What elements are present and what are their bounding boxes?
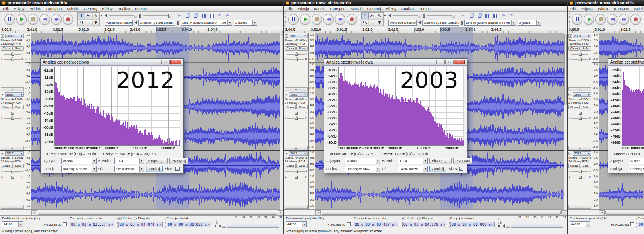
record-button[interactable] [347,14,357,25]
dialog-close-button[interactable]: ✕ [170,60,181,64]
toolbar-grip[interactable] [74,13,76,26]
waveform[interactable] [599,180,644,209]
record-button[interactable] [630,14,641,25]
replot-button[interactable]: Przerysuj [453,158,472,164]
menu-sciezki[interactable]: Ścieżki [67,6,79,11]
scroll-left-arrow[interactable]: ◄ [31,210,37,215]
menu-edycja[interactable]: Edycja [581,6,593,11]
menu-analiza[interactable]: Analiza [118,6,130,11]
close-button[interactable]: Zamknij [429,166,446,172]
menu-generuj[interactable]: Generuj [84,6,97,11]
solo-button[interactable]: Solo [12,105,24,109]
envelope-tool[interactable] [369,13,376,19]
track-name-dropdown[interactable]: 2003▼ [289,34,308,38]
skip-to-end-button[interactable]: ▶▶ [619,14,629,25]
play-button[interactable] [300,14,310,25]
pause-button[interactable] [4,14,15,25]
input-volume-slider[interactable] [427,15,456,16]
dialog-titlebar[interactable]: Analiza częstotliwościowa ─ ▢ ✕ [608,59,644,66]
track-name-dropdown[interactable]: 2012▼ [5,151,24,156]
horizontal-scrollbar-thumb[interactable] [322,211,561,215]
mute-button[interactable]: Cisza [1,46,12,51]
skip-to-end-button[interactable]: ▶▶ [51,14,62,25]
toolbar-grip[interactable] [358,13,360,26]
track-collapse-button[interactable]: ▲ [285,205,308,209]
close-button[interactable]: Zamknij [146,166,163,172]
vertical-scrollbar-thumb[interactable] [564,34,567,105]
replot-button[interactable]: Przerysuj [169,158,188,164]
algorithm-select[interactable]: Widmo▼ [345,158,380,164]
audio-position-field[interactable]: 00 g 00 m 00,000 s▾ [167,222,211,227]
track-collapse-button[interactable]: ▲ [1,205,24,209]
mute-button[interactable]: Cisza [285,105,296,109]
mute-button[interactable]: Cisza [1,105,12,109]
scroll-left-arrow[interactable]: ◄ [599,210,605,215]
scroll-left-arrow[interactable]: ◄ [315,210,321,215]
window-titlebar[interactable]: porownanie nowa aleksandria [284,0,567,6]
pan-slider[interactable]: LP [1,57,23,62]
pan-slider[interactable]: LP [285,57,307,62]
selection-end-field[interactable]: 00 g 03 m 04,178 s▾ [402,222,446,227]
end-radio[interactable] [402,217,405,220]
selection-start-field[interactable]: 00 g 03 m 03,437 s▾ [354,222,398,227]
grids-checkbox[interactable]: ✓ [459,167,463,171]
cut-icon[interactable]: ✂ [460,13,466,19]
selection-tool[interactable]: I [361,13,369,19]
mute-button[interactable]: Cisza [568,105,580,109]
solo-button[interactable]: Solo [12,46,24,51]
redo-icon[interactable]: ↷ [224,13,231,19]
multi-tool[interactable]: ✱ [376,19,383,26]
axis-select[interactable]: Skala liniowa▼ [114,166,144,172]
waveform[interactable] [31,180,283,209]
playback-device-select[interactable]: Głośniki (Sound Blaster X-Fi Xb▼ [138,20,175,26]
dialog-maximize-button[interactable]: ▢ [161,60,170,64]
dialog-close-button[interactable]: ✕ [454,60,465,64]
menu-analiza[interactable]: Analiza [401,6,414,11]
length-radio[interactable] [134,217,137,220]
paste-icon[interactable] [476,13,483,19]
export-button[interactable]: Eksportuj... [429,158,452,164]
input-volume-knob[interactable] [168,14,171,18]
stop-button[interactable] [28,14,38,25]
menu-efekty[interactable]: Efekty [102,6,112,11]
horizontal-scrollbar-thumb[interactable] [605,211,644,215]
horizontal-scrollbar[interactable]: ◄ ► [568,210,644,215]
track-name-dropdown[interactable]: 1992▼ [573,92,591,97]
track-name-dropdown[interactable]: 1992▼ [289,92,308,97]
pan-slider[interactable]: LP [1,116,23,120]
track-collapse-button[interactable]: ▲ [568,205,591,209]
play-button[interactable] [16,14,27,25]
silence-icon[interactable] [208,13,215,19]
track-close-button[interactable]: × [285,152,288,155]
toolbar-grip[interactable] [642,13,644,26]
menu-generuj[interactable]: Generuj [367,6,381,11]
recording-device-select[interactable]: Line-In (Sound Blaster X-Fi Xtr▼ [181,20,232,26]
track-close-button[interactable]: × [285,93,288,96]
gain-slider[interactable]: −+ [1,52,23,56]
track-name-dropdown[interactable]: 2003▼ [5,34,24,38]
menu-widok[interactable]: Widok [30,6,41,11]
track-name-dropdown[interactable]: 2012▼ [289,151,308,156]
cut-icon[interactable]: ✂ [176,13,183,19]
solo-button[interactable]: Solo [296,164,308,168]
selection-start-field[interactable]: 00 g 03 m 03,283 s▾ [638,222,644,227]
solo-button[interactable]: Solo [296,105,308,109]
algorithm-select[interactable]: Widmo▼ [629,158,644,164]
waveform[interactable] [315,180,567,209]
skip-to-start-button[interactable]: ◀◀ [39,14,50,25]
output-volume-slider[interactable] [109,15,138,16]
solo-button[interactable]: Solo [580,46,591,51]
project-rate-select[interactable]: 44100▼ [570,221,590,227]
grids-checkbox[interactable]: ✓ [175,167,180,171]
output-volume-knob[interactable] [418,14,421,18]
vertical-scrollbar[interactable] [280,33,283,210]
gain-slider[interactable]: −+ [1,169,23,174]
gain-slider[interactable]: −+ [1,111,23,115]
mute-button[interactable]: Cisza [568,164,580,168]
menu-transport[interactable]: Transport [613,6,629,11]
horizontal-scrollbar-thumb[interactable] [38,211,277,215]
project-rate-select[interactable]: 44100▼ [286,221,307,227]
track-collapse-button[interactable]: ▲ [1,87,24,91]
skip-to-end-button[interactable]: ▶▶ [335,14,345,25]
output-volume-knob[interactable] [134,14,137,18]
